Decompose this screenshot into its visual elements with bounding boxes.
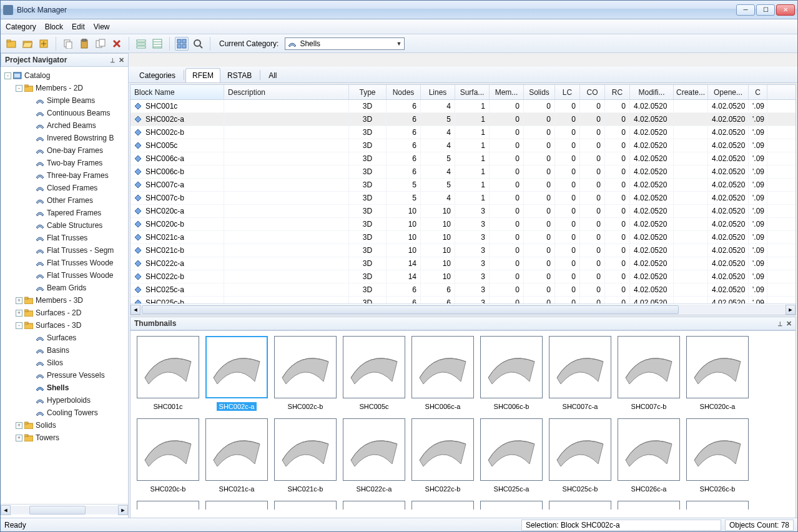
- table-row[interactable]: SHC001c3D641000004.02.05204.02.0520'.09: [131, 100, 796, 113]
- tree-item[interactable]: Closed Frames: [1, 182, 128, 194]
- menu-view[interactable]: View: [94, 22, 110, 31]
- tree-item[interactable]: -Catalog: [1, 69, 128, 82]
- menu-block[interactable]: Block: [45, 22, 63, 31]
- detail-view-icon[interactable]: [150, 37, 164, 51]
- table-row[interactable]: SHC021c-a3D10103000004.02.05204.02.0520'…: [131, 231, 796, 244]
- tree-item[interactable]: Pressure Vessels: [1, 369, 128, 382]
- thumbnail-item[interactable]: SHC007c-a: [549, 336, 611, 411]
- expander-icon[interactable]: +: [16, 297, 22, 304]
- tree-item[interactable]: +Solids: [1, 419, 128, 431]
- options-icon[interactable]: [37, 37, 51, 51]
- tree-item[interactable]: +Towers: [1, 431, 128, 444]
- table-row[interactable]: SHC002c-b3D641000004.02.05204.02.0520'.0…: [131, 126, 796, 139]
- thumbnail-item[interactable]: SHC020c-b: [137, 418, 199, 493]
- thumbnail-item[interactable]: SHC005c: [343, 336, 405, 411]
- column-lines[interactable]: Lines: [421, 85, 455, 99]
- column-type[interactable]: Type: [349, 85, 387, 99]
- tree-item[interactable]: -Surfaces - 3D: [1, 319, 128, 332]
- column-solids[interactable]: Solids: [524, 85, 555, 99]
- tree-item[interactable]: Cooling Towers: [1, 406, 128, 419]
- tree-item[interactable]: Flat Trusses: [1, 232, 128, 244]
- panel-close-icon[interactable]: ✕: [119, 56, 124, 64]
- expander-icon[interactable]: -: [16, 85, 22, 92]
- thumbnail-view-icon[interactable]: [175, 37, 189, 51]
- tab-rfem[interactable]: RFEM: [185, 68, 220, 82]
- thumbnail-item[interactable]: SHC002c-a: [205, 336, 268, 411]
- table-row[interactable]: SHC025c-b3D663000004.02.05204.02.0520'.0…: [131, 297, 796, 303]
- scrollbar-thumb[interactable]: [142, 305, 679, 314]
- table-row[interactable]: SHC022c-a3D14103000004.02.05204.02.0520'…: [131, 257, 796, 270]
- minimize-button[interactable]: ─: [736, 4, 755, 16]
- delete-icon[interactable]: [110, 37, 124, 51]
- pin-icon[interactable]: ⟂: [778, 320, 782, 328]
- table-row[interactable]: SHC002c-a3D651000004.02.05204.02.0520'.0…: [131, 113, 796, 126]
- new-folder-icon[interactable]: [4, 37, 18, 51]
- table-body[interactable]: SHC001c3D641000004.02.05204.02.0520'.09S…: [131, 100, 796, 303]
- table-row[interactable]: SHC021c-b3D10103000004.02.05204.02.0520'…: [131, 244, 796, 257]
- table-row[interactable]: SHC007c-a3D551000004.02.05204.02.0520'.0…: [131, 179, 796, 192]
- tree-item[interactable]: Invered Bowstring B: [1, 132, 128, 144]
- table-horizontal-scrollbar[interactable]: ◄ ►: [131, 303, 796, 315]
- tree-item[interactable]: -Members - 2D: [1, 82, 128, 94]
- expander-icon[interactable]: +: [16, 422, 22, 429]
- scrollbar-thumb[interactable]: [29, 506, 86, 515]
- tree-item[interactable]: Flat Trusses Woode: [1, 269, 128, 282]
- tree-item[interactable]: Surfaces: [1, 332, 128, 344]
- table-row[interactable]: SHC006c-b3D641000004.02.05204.02.0520'.0…: [131, 165, 796, 179]
- tree-item[interactable]: Tapered Frames: [1, 207, 128, 219]
- column-modif[interactable]: Modifi...: [630, 85, 674, 99]
- tree-item[interactable]: Basins: [1, 344, 128, 357]
- panel-close-icon[interactable]: ✕: [786, 320, 792, 328]
- thumbnails-pane[interactable]: SHC001cSHC002c-aSHC002c-bSHC005cSHC006c-…: [130, 330, 796, 530]
- thumbnail-item[interactable]: SHC026c-a: [618, 418, 680, 493]
- thumbnail-item[interactable]: SHC020c-a: [686, 336, 749, 411]
- thumbnail-item[interactable]: SHC001c: [137, 336, 199, 411]
- expander-icon[interactable]: +: [16, 310, 22, 317]
- column-surfa[interactable]: Surfa...: [455, 85, 490, 99]
- menu-category[interactable]: Category: [6, 22, 36, 31]
- column-desc[interactable]: Description: [224, 85, 349, 99]
- scroll-right-icon[interactable]: ►: [786, 305, 796, 315]
- column-mem[interactable]: Mem...: [490, 85, 524, 99]
- column-c[interactable]: C: [749, 85, 767, 99]
- close-button[interactable]: ✕: [776, 4, 795, 16]
- tree-item[interactable]: +Surfaces - 2D: [1, 307, 128, 319]
- tree-item[interactable]: Silos: [1, 357, 128, 369]
- tree-item[interactable]: Shells: [1, 382, 128, 394]
- tree-item[interactable]: Continuous Beams: [1, 107, 128, 119]
- thumbnail-item[interactable]: SHC025c-b: [549, 418, 611, 493]
- expander-icon[interactable]: -: [4, 72, 11, 79]
- table-row[interactable]: SHC007c-b3D541000004.02.05204.02.0520'.0…: [131, 192, 796, 205]
- table-row[interactable]: SHC022c-b3D14103000004.02.05204.02.0520'…: [131, 270, 796, 283]
- column-nodes[interactable]: Nodes: [387, 85, 421, 99]
- thumbnail-item[interactable]: SHC022c-a: [343, 418, 405, 493]
- table-row[interactable]: SHC005c3D641000004.02.05204.02.0520'.09: [131, 139, 796, 152]
- tree-item[interactable]: Hyperboloids: [1, 394, 128, 406]
- preview-icon[interactable]: [191, 37, 205, 51]
- tree-item[interactable]: Three-bay Frames: [1, 169, 128, 182]
- column-name[interactable]: Block Name: [131, 85, 224, 99]
- tree-item[interactable]: Other Frames: [1, 194, 128, 207]
- thumbnail-item[interactable]: SHC002c-b: [274, 336, 337, 411]
- thumbnail-item[interactable]: SHC007c-b: [618, 336, 680, 411]
- scroll-right-icon[interactable]: ►: [118, 505, 128, 515]
- table-row[interactable]: SHC020c-b3D10103000004.02.05204.02.0520'…: [131, 218, 796, 231]
- tree-item[interactable]: One-bay Frames: [1, 144, 128, 157]
- current-category-dropdown[interactable]: Shells ▼: [285, 37, 405, 50]
- table-row[interactable]: SHC025c-a3D663000004.02.05204.02.0520'.0…: [131, 283, 796, 297]
- thumbnail-item[interactable]: SHC022c-b: [411, 418, 474, 493]
- column-create[interactable]: Create...: [674, 85, 708, 99]
- pin-icon[interactable]: ⟂: [111, 56, 115, 64]
- navigator-tree[interactable]: -Catalog-Members - 2DSimple BeamsContinu…: [1, 67, 128, 504]
- scroll-left-icon[interactable]: ◄: [1, 505, 11, 515]
- paste-icon[interactable]: [77, 37, 91, 51]
- duplicate-icon[interactable]: [94, 37, 107, 51]
- open-folder-icon[interactable]: [21, 37, 34, 51]
- thumbnail-item[interactable]: SHC006c-b: [480, 336, 543, 411]
- list-view-icon[interactable]: [134, 37, 148, 51]
- copy-icon[interactable]: [61, 37, 75, 51]
- tree-item[interactable]: Flat Trusses Woode: [1, 257, 128, 269]
- thumbnail-item[interactable]: SHC026c-b: [686, 418, 749, 493]
- thumbnail-item[interactable]: SHC021c-a: [205, 418, 268, 493]
- tab-all[interactable]: All: [262, 68, 283, 82]
